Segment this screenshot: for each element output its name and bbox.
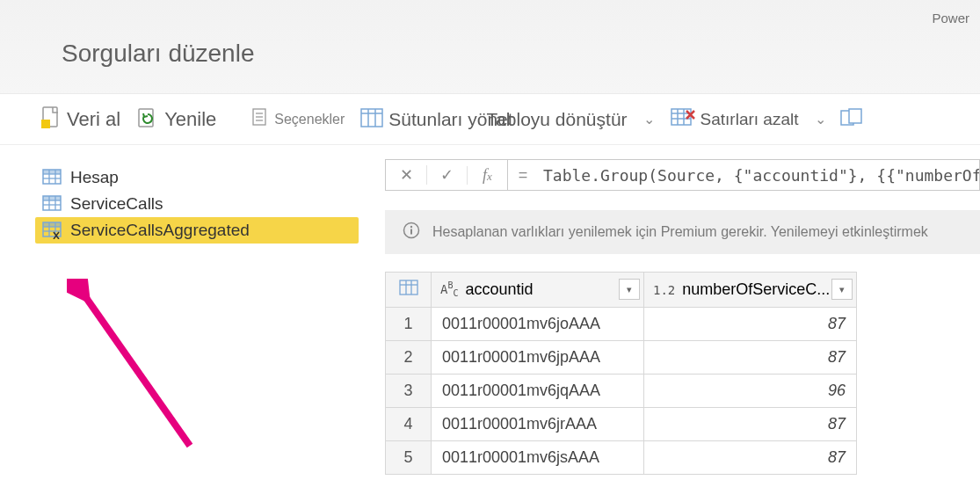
chevron-down-icon[interactable]: ⌄ [809,111,831,127]
formula-eq: = [508,166,538,185]
check-icon: ✓ [440,165,454,185]
refresh-icon [136,106,159,133]
options-label: Seçenekler [274,112,345,127]
svg-rect-2 [139,109,153,127]
toolbar: Veri al Yenile Seçenekler [0,94,980,145]
svg-rect-33 [43,222,61,227]
fx-icon: fx [483,166,492,185]
table-icon [42,222,62,239]
table-row[interactable]: 50011r00001mv6jsAAA87 [386,441,857,475]
info-icon [403,222,420,243]
query-item-label: ServiceCalls [70,194,163,214]
refresh-label: Yenile [164,108,216,131]
cell-accountid[interactable]: 0011r00001mv6jpAAA [432,341,644,375]
column-header-numberofservicec[interactable]: 1.2 numberOfServiceC... ▾ [644,273,857,308]
svg-rect-27 [43,196,61,200]
data-table: ABC accountid ▾ 1.2 numberOfServiceC... [385,272,857,475]
text-type-icon: ABC [440,280,459,298]
app-brand: Power [932,11,969,25]
column-name: accountid [466,280,534,299]
formula-bar: ✕ ✓ fx = [385,157,980,193]
cell-accountid[interactable]: 0011r00001mv6jsAAA [432,441,644,475]
svg-rect-19 [849,109,861,123]
table-row[interactable]: 10011r00001mv6joAAA87 [386,308,857,341]
cell-numberofservicec[interactable]: 87 [644,441,857,475]
formula-commit-button[interactable]: ✓ [426,165,467,185]
row-number: 4 [386,408,432,441]
close-icon: ✕ [400,165,413,185]
table-icon [42,195,62,213]
svg-point-39 [410,226,412,228]
cell-accountid[interactable]: 0011r00001mv6jrAAA [432,408,644,441]
refresh-button[interactable]: Yenile [131,103,221,136]
table-icon [42,169,62,186]
reduce-rows-button[interactable]: Satırları azalt [665,105,804,135]
cell-numberofservicec[interactable]: 87 [644,341,857,375]
svg-rect-1 [41,120,50,128]
transform-table-button[interactable]: Tabloyu dönüştür [482,105,633,134]
table-row[interactable]: 20011r00001mv6jpAAA87 [386,341,857,375]
svg-rect-21 [43,170,61,174]
query-item-label: ServiceCallsAggregated [70,221,250,240]
formula-cancel-button[interactable]: ✕ [386,165,426,185]
premium-info-banner: Hesaplanan varlıkları yenilemek için Pre… [385,210,980,254]
transform-table-label: Tabloyu dönüştür [487,109,628,130]
filter-button[interactable]: ▾ [619,279,640,300]
get-data-label: Veri al [67,108,120,131]
reduce-rows-icon [671,108,695,131]
filter-button[interactable]: ▾ [831,279,853,300]
cell-accountid[interactable]: 0011r00001mv6joAAA [432,308,644,341]
svg-rect-40 [410,229,412,235]
title-band: Power Sorguları düzenle [0,0,980,94]
reduce-rows-label: Satırları azalt [701,110,799,129]
column-header-accountid[interactable]: ABC accountid ▾ [432,273,644,308]
chevron-down-icon: ▾ [839,284,845,295]
query-item-label: Hesap [70,168,119,187]
query-item-servicecallsaggregated[interactable]: ServiceCallsAggregated [35,217,359,244]
svg-rect-7 [361,109,382,127]
options-button[interactable]: Seçenekler [246,104,350,135]
chevron-down-icon: ▾ [627,284,632,295]
cell-numberofservicec[interactable]: 96 [644,375,857,408]
formula-fx-button[interactable]: fx [467,166,507,185]
rownum-header[interactable] [386,273,432,308]
svg-rect-41 [400,280,417,295]
row-number: 5 [386,441,432,475]
options-icon [251,107,269,132]
table-row[interactable]: 30011r00001mv6jqAAA96 [386,375,857,408]
row-number: 2 [386,341,432,375]
page-title: Sorguları düzenle [62,40,254,68]
column-name: numberOfServiceC... [682,280,830,299]
row-number: 3 [386,375,432,408]
table-columns-icon [360,108,383,131]
cell-numberofservicec[interactable]: 87 [644,308,857,341]
queries-sidebar: HesapServiceCallsServiceCallsAggregated [0,145,369,480]
query-item-servicecalls[interactable]: ServiceCalls [35,191,359,217]
premium-info-text: Hesaplanan varlıkları yenilemek için Pre… [432,224,928,240]
get-data-button[interactable]: Veri al [35,102,126,137]
cell-numberofservicec[interactable]: 87 [644,408,857,441]
decimal-type-icon: 1.2 [653,283,675,297]
chevron-down-icon[interactable]: ⌄ [638,111,660,127]
query-item-hesap[interactable]: Hesap [35,164,359,191]
row-number: 1 [386,308,432,341]
cell-accountid[interactable]: 0011r00001mv6jqAAA [432,375,644,408]
table-row[interactable]: 40011r00001mv6jrAAA87 [386,408,857,441]
get-data-icon [40,105,62,134]
merge-icon[interactable] [840,108,865,131]
formula-input[interactable] [538,160,979,190]
content-area: ✕ ✓ fx = H [369,145,980,480]
